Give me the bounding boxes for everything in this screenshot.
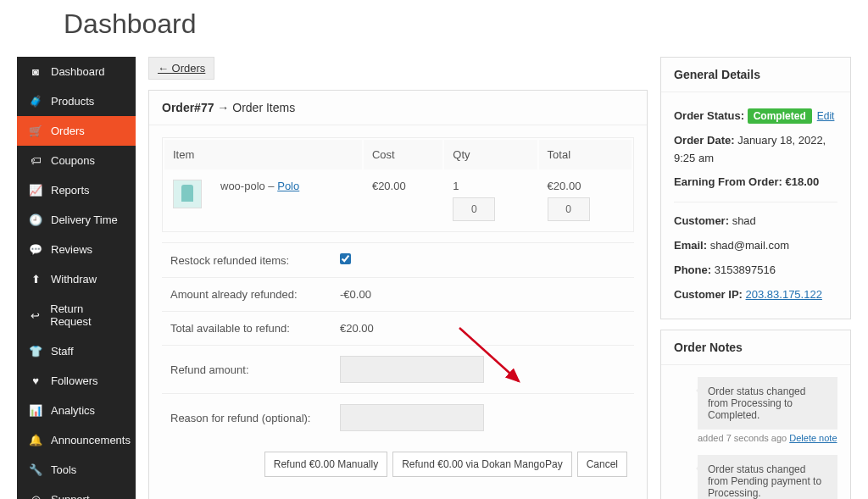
refund-amount-label: Refund amount:	[170, 363, 340, 376]
sidebar-item-products[interactable]: 🧳Products	[17, 86, 136, 116]
upload-icon: ⬆	[29, 273, 42, 286]
restock-label: Restock refunded items:	[170, 254, 340, 267]
line-total: €20.00	[548, 180, 623, 192]
cancel-refund-button[interactable]: Cancel	[577, 452, 627, 477]
sidebar-item-reviews[interactable]: 💬Reviews	[17, 235, 136, 264]
edit-status-link[interactable]: Edit	[817, 110, 835, 122]
email-label: Email:	[674, 239, 707, 252]
sidebar-item-analytics[interactable]: 📊Analytics	[17, 396, 136, 425]
customer-label: Customer:	[674, 214, 729, 227]
order-note: Order status changed from Processing to …	[698, 377, 837, 430]
sidebar-item-label: Orders	[51, 125, 85, 137]
page-title: Dashboard	[17, 0, 851, 57]
phone-value: 3153897516	[715, 263, 776, 276]
product-name-prefix: woo-polo –	[220, 180, 277, 192]
product-thumbnail	[173, 180, 202, 208]
order-notes-panel: Order Notes Order status changed from Pr…	[660, 330, 851, 499]
sidebar: ◙Dashboard 🧳Products 🛒Orders 🏷Coupons 📈R…	[17, 57, 136, 499]
sidebar-item-label: Delivery Time	[51, 213, 118, 226]
total-refund-input[interactable]: 0	[548, 197, 590, 221]
status-badge: Completed	[748, 108, 812, 124]
general-details-header: General Details	[661, 58, 850, 92]
sidebar-item-coupons[interactable]: 🏷Coupons	[17, 146, 136, 175]
sidebar-item-tools[interactable]: 🔧Tools	[17, 455, 136, 485]
tag-icon: 🏷	[29, 154, 42, 167]
bars-icon: 📊	[29, 404, 42, 417]
heart-icon: ♥	[29, 374, 42, 387]
order-items-header: Order#77 → Order Items	[149, 91, 647, 125]
available-refund-label: Total available to refund:	[170, 322, 340, 335]
order-notes-header: Order Notes	[661, 330, 850, 365]
refund-reason-label: Reason for refund (optional):	[170, 412, 340, 424]
return-icon: ↩	[29, 309, 42, 322]
dashboard-icon: ◙	[29, 65, 42, 78]
sidebar-item-label: Dashboard	[51, 65, 105, 78]
sidebar-item-label: Reports	[51, 184, 90, 197]
order-note: Order status changed from Pending paymen…	[698, 455, 837, 499]
sidebar-item-label: Announcements	[51, 434, 131, 446]
comment-icon: 💬	[29, 243, 42, 256]
already-refunded-value: -€0.00	[340, 288, 371, 301]
refund-amount-input[interactable]	[340, 356, 484, 383]
note-meta-text: added 7 seconds ago	[698, 433, 789, 443]
sidebar-item-return-request[interactable]: ↩Return Request	[17, 294, 136, 336]
sidebar-item-label: Followers	[51, 374, 98, 387]
earning-value: €18.00	[785, 175, 819, 188]
sidebar-item-support[interactable]: ◎Support	[17, 485, 136, 499]
sidebar-item-label: Reviews	[51, 243, 92, 256]
col-total: Total	[539, 140, 632, 169]
sidebar-item-followers[interactable]: ♥Followers	[17, 366, 136, 396]
order-heading-suffix: → Order Items	[214, 101, 295, 114]
sidebar-item-withdraw[interactable]: ⬆Withdraw	[17, 264, 136, 294]
available-refund-value: €20.00	[340, 322, 374, 335]
col-qty: Qty	[444, 140, 537, 169]
customer-value: shad	[732, 214, 756, 227]
bell-icon: 🔔	[29, 434, 42, 446]
email-value: shad@mail.com	[710, 239, 789, 252]
delete-note-link[interactable]: Delete note	[789, 433, 837, 443]
sidebar-item-reports[interactable]: 📈Reports	[17, 175, 136, 205]
product-link[interactable]: Polo	[277, 180, 299, 192]
general-details-panel: General Details Order Status: CompletedE…	[660, 57, 851, 319]
restock-checkbox[interactable]	[340, 253, 351, 264]
sidebar-item-orders[interactable]: 🛒Orders	[17, 116, 136, 146]
qty-refund-input[interactable]: 0	[453, 197, 495, 221]
ip-link[interactable]: 203.83.175.122	[746, 288, 822, 301]
support-icon: ◎	[29, 493, 42, 499]
products-icon: 🧳	[29, 95, 42, 108]
chart-icon: 📈	[29, 184, 42, 197]
sidebar-item-label: Withdraw	[51, 273, 97, 286]
col-item: Item	[164, 140, 362, 169]
sidebar-item-announcements[interactable]: 🔔Announcements	[17, 425, 136, 455]
already-refunded-label: Amount already refunded:	[170, 288, 340, 301]
col-cost: Cost	[364, 140, 442, 169]
sidebar-item-label: Analytics	[51, 404, 95, 417]
sidebar-item-label: Staff	[51, 345, 74, 358]
refund-manually-button[interactable]: Refund €0.00 Manually	[264, 452, 387, 477]
back-to-orders-link[interactable]: ← Orders	[148, 57, 214, 80]
sidebar-item-staff[interactable]: 👕Staff	[17, 336, 136, 366]
refund-via-mangopay-button[interactable]: Refund €0.00 via Dokan MangoPay	[392, 452, 571, 477]
sidebar-item-dashboard[interactable]: ◙Dashboard	[17, 57, 136, 86]
date-label: Order Date:	[674, 134, 735, 147]
cart-icon: 🛒	[29, 125, 42, 137]
sidebar-item-label: Support	[51, 493, 90, 499]
sidebar-item-label: Coupons	[51, 154, 95, 167]
order-line-row: woo-polo – Polo €20.00 1 0 €20.00 0	[164, 171, 632, 230]
line-cost: €20.00	[364, 171, 442, 230]
ip-label: Customer IP:	[674, 288, 743, 301]
status-label: Order Status:	[674, 109, 744, 122]
wrench-icon: 🔧	[29, 463, 42, 476]
phone-label: Phone:	[674, 263, 711, 276]
clock-icon: 🕘	[29, 213, 42, 226]
refund-reason-input[interactable]	[340, 404, 484, 431]
order-items-panel: Order#77 → Order Items Item Cost Qty Tot…	[148, 90, 648, 499]
order-heading-prefix: Order#77	[162, 101, 214, 114]
shirt-icon: 👕	[29, 345, 42, 358]
sidebar-item-label: Tools	[51, 463, 76, 476]
sidebar-item-label: Products	[51, 95, 94, 108]
line-qty: 1	[453, 180, 528, 192]
sidebar-item-label: Return Request	[50, 302, 124, 328]
sidebar-item-delivery-time[interactable]: 🕘Delivery Time	[17, 205, 136, 235]
earning-label: Earning From Order:	[674, 175, 782, 188]
